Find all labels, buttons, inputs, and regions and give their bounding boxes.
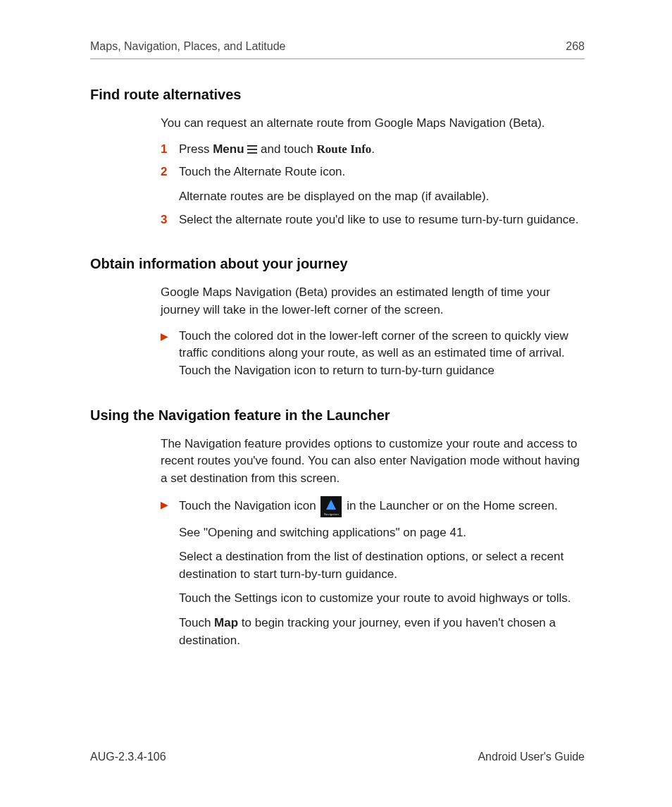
section1-body: You can request an alternate route from … [161,115,585,228]
section3-intro: The Navigation feature provides options … [161,436,585,488]
step-content: Touch the Alternate Route icon. Alternat… [179,164,585,205]
section1-intro: You can request an alternate route from … [161,115,585,133]
step-2: 2 Touch the Alternate Route icon. Altern… [161,164,585,205]
menu-label: Menu [213,142,244,156]
route-info-label: Route Info [316,142,371,156]
section3-body: The Navigation feature provides options … [161,436,585,650]
section-heading-launcher: Using the Navigation feature in the Laun… [90,405,585,426]
step-content: Select the alternate route you'd like to… [179,211,585,229]
bullet-content: Touch the Navigation icon in the Launche… [179,496,585,650]
section2-body: Google Maps Navigation (Beta) provides a… [161,284,585,379]
footer-doc-id: AUG-2.3.4-106 [90,749,166,765]
bullet-subtext: See "Opening and switching applications"… [179,524,585,542]
step-number: 2 [161,164,179,205]
map-label: Map [214,616,238,629]
section3-bullet: Touch the Navigation icon in the Launche… [161,496,585,650]
page-footer: AUG-2.3.4-106 Android User's Guide [90,749,585,765]
section2-intro: Google Maps Navigation (Beta) provides a… [161,284,585,319]
footer-doc-title: Android User's Guide [478,749,585,765]
step-1: 1 Press Menu and touch Route Info. [161,141,585,159]
bullet-text: Touch the colored dot in the lower-left … [179,328,585,380]
section3-p4: Touch Map to begin tracking your journey… [179,615,585,649]
document-page: Maps, Navigation, Places, and Latitude 2… [0,0,672,807]
navigation-app-icon [321,496,342,517]
header-title: Maps, Navigation, Places, and Latitude [90,38,286,54]
section2-bullet: Touch the colored dot in the lower-left … [161,328,585,380]
section3-p3: Touch the Settings icon to customize you… [179,590,585,608]
header-page-number: 268 [566,38,585,54]
section3-p2: Select a destination from the list of de… [179,548,585,583]
section1-steps: 1 Press Menu and touch Route Info. 2 Tou… [161,141,585,229]
section-heading-find-route: Find route alternatives [90,85,585,105]
step-2-subtext: Alternate routes are be displayed on the… [179,188,585,206]
triangle-bullet-icon [161,328,179,380]
step-content: Press Menu and touch Route Info. [179,141,585,159]
step-number: 3 [161,211,179,229]
menu-icon [247,145,257,154]
step-number: 1 [161,141,179,159]
step-3: 3 Select the alternate route you'd like … [161,211,585,229]
section-heading-obtain-info: Obtain information about your journey [90,254,585,274]
triangle-bullet-icon [161,496,179,650]
page-header: Maps, Navigation, Places, and Latitude 2… [90,38,585,59]
